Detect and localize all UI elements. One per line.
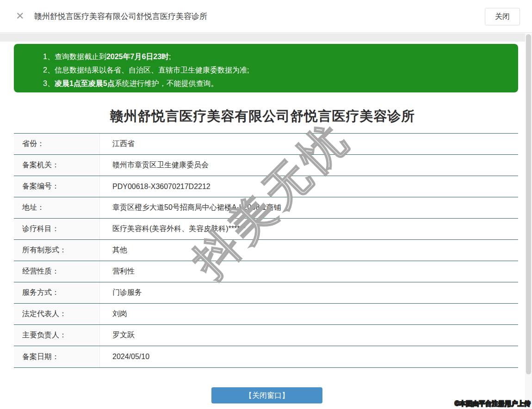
close-button[interactable]: 关闭 (485, 8, 520, 25)
copyright-text: ©本图由平台注册用户上传 (455, 400, 531, 408)
row-value: PDY00618-X36070217D2212 (100, 176, 518, 197)
notice-line-3-text: 系统进行维护，不能提供查询。 (115, 79, 218, 87)
row-label: 所有制形式： (14, 240, 100, 261)
row-value: 赣州市章贡区卫生健康委员会 (100, 155, 518, 176)
row-value: 营利性 (100, 261, 518, 282)
notice-line-2-text: 信息数据结果以各省、自治区、直辖市卫生健康委数据为准; (55, 66, 249, 74)
table-row-filing-date: 备案日期： 2024/05/10 (14, 346, 518, 367)
notice-line-2-num: 2、 (43, 66, 55, 74)
table-row-address: 地址： 章贡区橙乡大道50号招商局中心裙楼A-L2008-1商铺 (14, 197, 518, 219)
notice-box: 1、查询数据截止到2025年7月6日23时; 2、信息数据结果以各省、自治区、直… (14, 44, 518, 92)
row-label: 法定代表人： (14, 304, 100, 324)
row-label: 备案日期： (14, 346, 100, 367)
row-label: 经营性质： (14, 261, 100, 282)
scrollbar-track[interactable] (525, 33, 532, 409)
row-value: 2024/05/10 (100, 346, 518, 367)
notice-line-3-num: 3、 (43, 79, 55, 87)
row-value: 罗文跃 (100, 325, 518, 346)
row-value: 章贡区橙乡大道50号招商局中心裙楼A-L2008-1商铺 (100, 197, 518, 218)
notice-line-1: 1、查询数据截止到2025年7月6日23时; (43, 50, 509, 63)
row-label: 主要负责人： (14, 325, 100, 346)
row-label: 地址： (14, 197, 100, 218)
modal-page: ✕ 赣州舒悦言医疗美容有限公司舒悦言医疗美容诊所 关闭 1、查询数据截止到202… (0, 0, 532, 409)
info-table: 省份： 江西省 备案机关： 赣州市章贡区卫生健康委员会 备案编号： PDY006… (14, 133, 518, 368)
row-label: 备案机关： (14, 155, 100, 176)
table-row-province: 省份： 江西省 (14, 134, 518, 155)
row-value: 江西省 (100, 134, 518, 154)
row-label: 备案编号： (14, 176, 100, 197)
row-value: 医疗美容科(美容外科、美容皮肤科)****** (100, 219, 518, 239)
row-label: 诊疗科目： (14, 219, 100, 239)
row-label: 省份： (14, 134, 100, 154)
row-value: 刘岗 (100, 304, 518, 324)
table-row-legal-representative: 法定代表人： 刘岗 (14, 304, 518, 325)
notice-line-2: 2、信息数据结果以各省、自治区、直辖市卫生健康委数据为准; (43, 63, 509, 77)
table-row-service-mode: 服务方式： 门诊服务 (14, 282, 518, 304)
table-row-ownership-form: 所有制形式： 其他 (14, 240, 518, 261)
close-window-button[interactable]: 【关闭窗口】 (211, 387, 322, 403)
table-row-business-nature: 经营性质： 营利性 (14, 261, 518, 282)
notice-line-1-post: ; (169, 53, 171, 61)
header-divider-band (0, 33, 532, 42)
row-value: 门诊服务 (100, 282, 518, 303)
notice-line-3: 3、凌晨1点至凌晨5点系统进行维护，不能提供查询。 (43, 77, 509, 90)
close-icon[interactable]: ✕ (16, 11, 24, 21)
notice-line-1-num: 1、 (43, 53, 55, 61)
scrollbar-thumb[interactable] (526, 34, 531, 374)
notice-line-1-bold: 2025年7月6日23时 (106, 53, 169, 61)
header-title: 赣州舒悦言医疗美容有限公司舒悦言医疗美容诊所 (34, 11, 207, 22)
content-area: 1、查询数据截止到2025年7月6日23时; 2、信息数据结果以各省、自治区、直… (0, 42, 525, 409)
table-row-medical-subjects: 诊疗科目： 医疗美容科(美容外科、美容皮肤科)****** (14, 219, 518, 240)
header-bar: ✕ 赣州舒悦言医疗美容有限公司舒悦言医疗美容诊所 关闭 (0, 0, 532, 33)
row-label: 服务方式： (14, 282, 100, 303)
notice-line-1-text: 查询数据截止到 (55, 53, 106, 61)
page-title: 赣州舒悦言医疗美容有限公司舒悦言医疗美容诊所 (0, 107, 525, 126)
table-row-filing-authority: 备案机关： 赣州市章贡区卫生健康委员会 (14, 155, 518, 176)
table-row-filing-number: 备案编号： PDY00618-X36070217D2212 (14, 176, 518, 197)
notice-line-3-bold: 凌晨1点至凌晨5点 (55, 79, 115, 87)
table-row-main-person-in-charge: 主要负责人： 罗文跃 (14, 325, 518, 346)
row-value: 其他 (100, 240, 518, 261)
